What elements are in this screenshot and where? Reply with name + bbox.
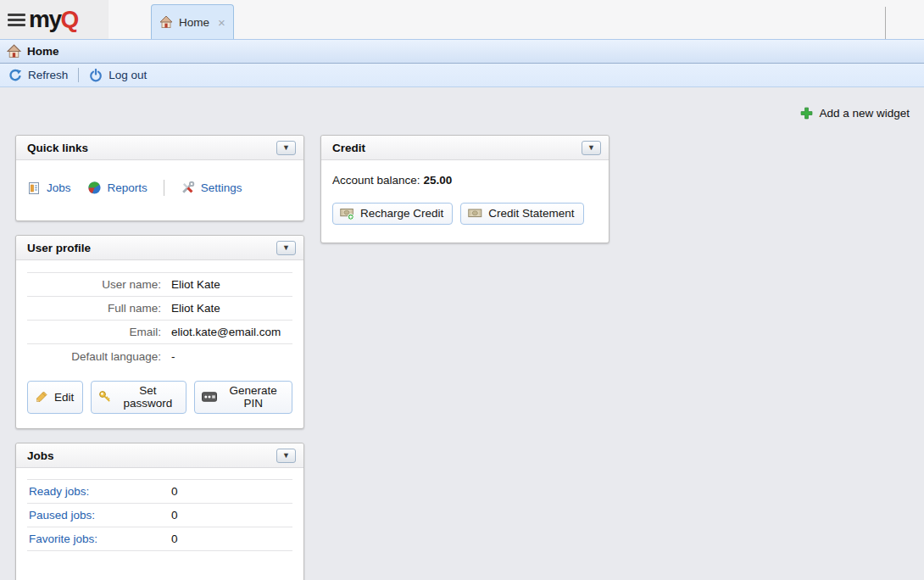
- jobs-row-paused: Paused jobs: 0: [27, 504, 292, 527]
- user-profile-body: User name: Eliot Kate Full name: Eliot K…: [16, 260, 303, 428]
- row-label: Default language:: [27, 350, 161, 363]
- reports-piechart-icon: [87, 181, 102, 195]
- tab-home-label: Home: [179, 16, 209, 29]
- credit-statement-button[interactable]: Credit Statement: [460, 203, 583, 225]
- chevron-down-icon: ▼: [282, 144, 290, 152]
- generate-pin-button[interactable]: Generate PIN: [194, 381, 292, 414]
- top-strip: myQ Home ×: [0, 0, 924, 39]
- widget-column-right: Credit ▼ Account balance:25.00 Recharge …: [320, 135, 610, 257]
- page-title: Home: [27, 45, 59, 58]
- row-value: eliot.kate@email.com: [171, 326, 281, 338]
- button-label: Edit: [54, 391, 74, 404]
- account-balance-label: Account balance:: [332, 174, 420, 187]
- quick-link-reports[interactable]: Reports: [87, 181, 148, 195]
- add-widget-button[interactable]: Add a new widget: [800, 107, 910, 120]
- collapse-widget-button[interactable]: ▼: [276, 141, 296, 155]
- quick-link-settings[interactable]: Settings: [181, 181, 242, 195]
- button-label: Generate PIN: [223, 384, 283, 410]
- button-label: Set password: [118, 384, 177, 410]
- favorite-jobs-link[interactable]: Favorite jobs:: [27, 533, 97, 545]
- pencil-icon: [35, 390, 48, 404]
- set-password-button[interactable]: Set password: [91, 381, 186, 414]
- myq-app-window: myQ Home × Home Refresh Lo: [0, 0, 924, 580]
- action-toolbar: Refresh Log out: [0, 64, 924, 87]
- chevron-down-icon: ▼: [587, 144, 595, 152]
- logo-text-q: Q: [60, 6, 77, 32]
- button-label: Credit Statement: [488, 207, 574, 220]
- button-label: Recharge Credit: [360, 207, 443, 220]
- row-value: Eliot Kate: [171, 278, 220, 291]
- widget-quick-links: Quick links ▼ Jobs Reports: [15, 135, 304, 221]
- quick-links-separator: [164, 180, 164, 196]
- dashboard-content: Add a new widget Quick links ▼ Jobs: [0, 87, 924, 580]
- collapse-widget-button[interactable]: ▼: [582, 141, 601, 155]
- widget-jobs: Jobs ▼ Ready jobs: 0 Paused jobs: 0: [15, 443, 304, 580]
- user-profile-buttons: Edit Set password Generate: [27, 381, 292, 414]
- key-icon: [98, 390, 112, 404]
- account-balance: Account balance:25.00: [332, 174, 598, 187]
- widget-title: User profile: [27, 242, 91, 254]
- power-icon: [89, 69, 103, 82]
- logout-button[interactable]: Log out: [89, 69, 147, 82]
- add-widget-label: Add a new widget: [819, 107, 910, 120]
- row-label: User name:: [27, 278, 161, 291]
- plus-icon: [800, 107, 813, 120]
- chevron-down-icon: ▼: [282, 452, 290, 460]
- profile-row-fullname: Full name: Eliot Kate: [27, 297, 292, 321]
- row-value: 0: [171, 504, 178, 527]
- jobs-body: Ready jobs: 0 Paused jobs: 0 Favorite jo…: [16, 468, 303, 580]
- quick-link-label: Reports: [108, 181, 148, 194]
- jobs-document-icon: [27, 181, 41, 195]
- row-label: Email:: [27, 326, 161, 338]
- hamburger-menu-icon[interactable]: [8, 14, 25, 26]
- logo-text-my: my: [29, 6, 60, 32]
- widget-column-left: Quick links ▼ Jobs Reports: [15, 135, 304, 580]
- edit-button[interactable]: Edit: [27, 381, 83, 414]
- widget-title: Quick links: [27, 142, 88, 154]
- logout-label: Log out: [109, 69, 147, 81]
- page-header-bar: Home: [0, 39, 924, 64]
- banknote-icon: [468, 208, 482, 219]
- row-value: 0: [171, 480, 178, 503]
- refresh-icon: [8, 69, 22, 82]
- credit-buttons: Recharge Credit Credit Statement: [332, 203, 598, 225]
- row-value: 0: [171, 527, 178, 550]
- logo-block: myQ: [0, 0, 109, 39]
- toolbar-separator: [78, 68, 79, 82]
- row-value: -: [171, 350, 175, 363]
- tab-home[interactable]: Home ×: [151, 4, 234, 39]
- profile-row-email: Email: eliot.kate@email.com: [27, 321, 292, 344]
- widget-quick-links-header: Quick links ▼: [16, 136, 303, 160]
- profile-row-language: Default language: -: [27, 344, 292, 368]
- refresh-label: Refresh: [28, 69, 68, 81]
- recharge-credit-button[interactable]: Recharge Credit: [332, 203, 453, 225]
- user-profile-table: User name: Eliot Kate Full name: Eliot K…: [27, 272, 292, 368]
- row-value: Eliot Kate: [171, 302, 220, 315]
- widget-title: Jobs: [27, 449, 54, 462]
- row-label: Full name:: [27, 302, 161, 315]
- profile-row-username: User name: Eliot Kate: [27, 273, 292, 297]
- collapse-widget-button[interactable]: ▼: [276, 241, 296, 255]
- quick-link-label: Settings: [201, 181, 242, 194]
- collapse-widget-button[interactable]: ▼: [276, 449, 296, 463]
- chevron-down-icon: ▼: [282, 244, 290, 252]
- jobs-row-favorite: Favorite jobs: 0: [27, 527, 292, 551]
- ready-jobs-link[interactable]: Ready jobs:: [27, 485, 89, 498]
- jobs-table: Ready jobs: 0 Paused jobs: 0 Favorite jo…: [27, 479, 292, 551]
- credit-body: Account balance:25.00 Recharge Credit: [321, 160, 609, 243]
- tab-close-icon[interactable]: ×: [218, 16, 225, 29]
- widget-user-profile-header: User profile ▼: [16, 236, 303, 260]
- settings-tools-icon: [181, 181, 195, 195]
- account-balance-value: 25.00: [424, 174, 453, 187]
- quick-link-jobs[interactable]: Jobs: [27, 181, 71, 195]
- myq-logo[interactable]: myQ: [29, 8, 78, 31]
- quick-link-label: Jobs: [47, 181, 71, 194]
- widget-credit-header: Credit ▼: [321, 136, 609, 160]
- widget-user-profile: User profile ▼ User name: Eliot Kate Ful…: [15, 235, 304, 429]
- widget-credit: Credit ▼ Account balance:25.00 Recharge …: [320, 135, 610, 243]
- quick-links-body: Jobs Reports Settings: [16, 160, 303, 220]
- home-house-icon: [7, 44, 21, 59]
- refresh-button[interactable]: Refresh: [8, 69, 68, 82]
- paused-jobs-link[interactable]: Paused jobs:: [27, 509, 95, 521]
- jobs-row-ready: Ready jobs: 0: [27, 480, 292, 504]
